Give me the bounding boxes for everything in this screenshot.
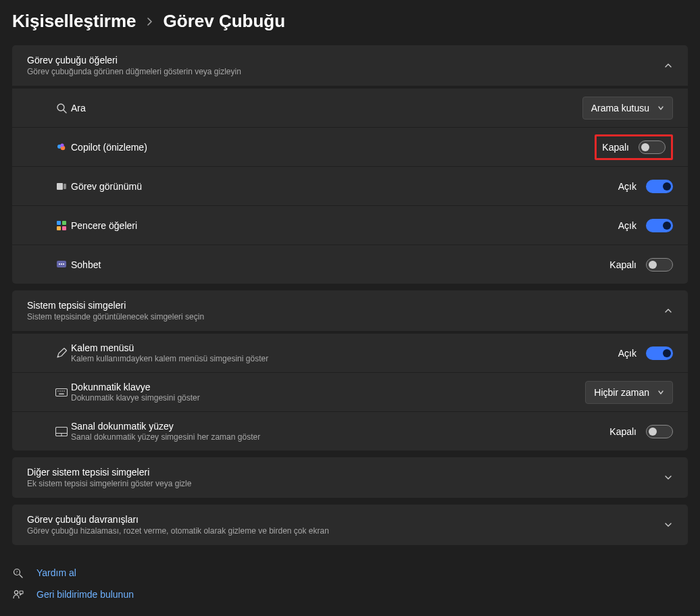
- toggle-state-label: Kapalı: [609, 259, 636, 270]
- svg-point-13: [61, 263, 62, 264]
- chevron-down-icon: [657, 389, 664, 396]
- svg-point-18: [61, 390, 63, 392]
- row-label: Ara: [71, 103, 582, 113]
- svg-point-14: [63, 263, 64, 264]
- svg-point-0: [57, 104, 64, 111]
- chevron-right-icon: [146, 18, 154, 26]
- svg-rect-10: [62, 226, 66, 230]
- svg-point-26: [14, 590, 18, 594]
- row-sublabel: Dokunmatik klavye simgesini göster: [71, 393, 585, 403]
- row-sublabel: Sanal dokunmatik yüzey simgesini her zam…: [71, 432, 609, 442]
- toggle-state-label: Kapalı: [602, 142, 629, 153]
- svg-point-16: [57, 390, 59, 392]
- row-widgets: Pencere öğeleri Açık: [12, 205, 688, 245]
- row-label: Pencere öğeleri: [71, 220, 618, 231]
- section-title: Sistem tepsisi simgeleri: [27, 300, 204, 311]
- chevron-up-icon: [664, 61, 673, 70]
- copilot-icon: [55, 141, 68, 153]
- copilot-toggle-highlight: Kapalı: [595, 134, 673, 160]
- taskview-toggle[interactable]: [646, 180, 673, 193]
- toggle-state-label: Kapalı: [609, 426, 636, 437]
- chevron-up-icon: [664, 306, 673, 315]
- section-subtitle: Görev çubuğunda görünen düğmeleri göster…: [27, 67, 241, 76]
- widgets-toggle[interactable]: [646, 219, 673, 232]
- breadcrumb-current: Görev Çubuğu: [164, 11, 286, 32]
- svg-point-4: [60, 143, 64, 147]
- svg-point-12: [59, 263, 60, 264]
- toggle-state-label: Açık: [618, 181, 636, 192]
- feedback-icon: [12, 588, 24, 600]
- svg-text:?: ?: [16, 569, 18, 574]
- breadcrumb: Kişiselleştirme Görev Çubuğu: [0, 7, 700, 45]
- pen-icon: [55, 347, 68, 359]
- section-subtitle: Görev çubuğu hizalaması, rozet verme, ot…: [27, 526, 329, 536]
- row-label: Görev görünümü: [71, 181, 618, 192]
- section-taskbar-behaviors[interactable]: Görev çubuğu davranışları Görev çubuğu h…: [12, 505, 688, 545]
- chat-toggle[interactable]: [646, 258, 673, 272]
- row-label: Kalem menüsü: [71, 342, 618, 353]
- section-title: Diğer sistem tepsisi simgeleri: [27, 467, 191, 478]
- row-touch-keyboard: Dokunmatik klavye Dokunmatik klavye simg…: [12, 372, 688, 411]
- chevron-down-icon: [664, 520, 673, 530]
- row-virtual-touchpad: Sanal dokunmatik yüzey Sanal dokunmatik …: [12, 411, 688, 451]
- chat-icon: [55, 259, 68, 271]
- svg-point-17: [59, 390, 61, 392]
- toggle-state-label: Açık: [618, 220, 636, 231]
- feedback-link[interactable]: Geri bildirimde bulunun: [12, 588, 688, 600]
- keyboard-icon: [55, 386, 68, 399]
- link-text[interactable]: Yardım al: [36, 567, 76, 578]
- svg-rect-7: [57, 221, 61, 225]
- search-icon: [55, 102, 68, 114]
- section-subtitle: Ek sistem tepsisi simgelerini göster vey…: [27, 479, 191, 488]
- help-icon: ?: [12, 567, 24, 579]
- svg-line-1: [64, 110, 66, 113]
- section-subtitle: Sistem tepsisinde görüntülenecek simgele…: [27, 312, 204, 322]
- chevron-down-icon: [657, 105, 664, 111]
- row-pen-menu: Kalem menüsü Kalem kullanımdayken kalem …: [12, 333, 688, 372]
- touchpad-toggle[interactable]: [646, 425, 673, 438]
- chevron-down-icon: [664, 473, 673, 482]
- svg-rect-9: [57, 226, 61, 230]
- taskview-icon: [55, 180, 68, 192]
- svg-point-19: [64, 390, 65, 392]
- row-label: Sanal dokunmatik yüzey: [71, 421, 609, 432]
- section-other-tray-icons[interactable]: Diğer sistem tepsisi simgeleri Ek sistem…: [12, 457, 688, 498]
- help-link[interactable]: ? Yardım al: [12, 567, 688, 579]
- row-taskview: Görev görünümü Açık: [12, 166, 688, 205]
- row-label: Dokunmatik klavye: [71, 382, 585, 392]
- row-label: Sohbet: [71, 259, 609, 270]
- dropdown-value: Hiçbir zaman: [594, 387, 649, 398]
- row-chat: Sohbet Kapalı: [12, 245, 688, 284]
- search-dropdown[interactable]: Arama kutusu: [582, 97, 673, 120]
- widgets-icon: [55, 220, 68, 232]
- svg-rect-5: [57, 183, 63, 190]
- svg-rect-6: [64, 184, 66, 189]
- svg-rect-8: [62, 221, 66, 225]
- copilot-toggle[interactable]: [639, 140, 666, 154]
- svg-rect-20: [59, 393, 64, 394]
- link-text[interactable]: Geri bildirimde bulunun: [36, 589, 134, 600]
- dropdown-value: Arama kutusu: [591, 103, 649, 113]
- pen-toggle[interactable]: [646, 346, 673, 360]
- breadcrumb-parent[interactable]: Kişiselleştirme: [12, 11, 136, 32]
- touch-keyboard-dropdown[interactable]: Hiçbir zaman: [585, 381, 673, 404]
- section-tray-icons[interactable]: Sistem tepsisi simgeleri Sistem tepsisin…: [12, 290, 688, 331]
- section-title: Görev çubuğu davranışları: [27, 514, 329, 525]
- section-title: Görev çubuğu öğeleri: [27, 55, 241, 66]
- row-search: Ara Arama kutusu: [12, 88, 688, 127]
- row-copilot: Copilot (önizleme) Kapalı: [12, 127, 688, 166]
- toggle-state-label: Açık: [618, 348, 636, 359]
- touchpad-icon: [55, 426, 68, 438]
- row-label: Copilot (önizleme): [71, 142, 595, 153]
- svg-rect-27: [20, 591, 23, 594]
- svg-rect-15: [56, 388, 68, 396]
- row-sublabel: Kalem kullanımdayken kalem menüsü simges…: [71, 354, 618, 363]
- section-taskbar-items[interactable]: Görev çubuğu öğeleri Görev çubuğunda gör…: [12, 45, 688, 86]
